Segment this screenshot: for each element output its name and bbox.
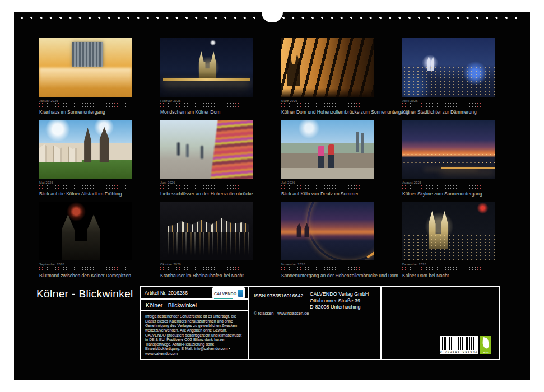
month-photo (402, 38, 495, 97)
month-cell-april: April 2026 Kölner Stadtlichter zur Dämme… (402, 38, 495, 115)
article-row: Artikel-Nr. 2016286 CALVENDO (141, 287, 248, 300)
month-label: Dezember 2026 (402, 263, 495, 266)
month-photo (281, 202, 374, 260)
month-label: August 2026 (402, 181, 495, 184)
month-caption: Kölner Dom bei Nacht (402, 273, 495, 278)
calendar-page: Januar 2026 Kranhaus im Sonnenuntergang … (14, 12, 530, 380)
month-caption: Mondschein am Kölner Dom (160, 109, 253, 115)
mini-calendar-strip (160, 185, 253, 189)
info-middle-column: ISBN 9783516016642 © rclassen - www.rcla… (249, 287, 382, 359)
month-photo (281, 120, 374, 179)
month-label: März 2026 (281, 99, 374, 102)
month-photo (402, 120, 495, 179)
month-photo (39, 120, 132, 179)
month-photo (402, 202, 495, 260)
month-caption: Kölner Stadtlichter zur Dämmerung (402, 109, 495, 115)
ean-barcode: 9 783516 016642 (440, 336, 478, 354)
mini-calendar-strip (281, 103, 374, 107)
isbn: ISBN 9783516016642 (254, 293, 304, 298)
calendar-back-cover: Januar 2026 Kranhaus im Sonnenuntergang … (0, 0, 544, 392)
month-label: Februar 2026 (160, 99, 253, 102)
page-title: Kölner - Blickwinkel (36, 288, 133, 300)
publisher-name: CALVENDO Verlag GmbH (310, 291, 369, 298)
month-caption: Sonnenuntergang an der Hohenzollernbrück… (281, 273, 374, 278)
month-caption: Kölner Skyline zum Sonnenuntergang (402, 191, 495, 197)
legal-text: Infolge bestehender Schutzrechte ist es … (141, 311, 248, 359)
month-cell-september: September 2026 Blutmond zwischen den Köl… (39, 202, 132, 278)
month-caption: Kranhäuser im Rheinauhafen bei Nacht (160, 273, 253, 278)
calvendo-logo: CALVENDO (212, 287, 245, 298)
calvendo-book-icon (238, 290, 243, 297)
month-caption: Blick auf Köln von Deutz im Sommer (281, 191, 374, 197)
calvendo-logo-text: CALVENDO (214, 287, 236, 299)
month-cell-januar: Januar 2026 Kranhaus im Sonnenuntergang (39, 38, 132, 115)
month-photo (160, 202, 253, 260)
month-label: Januar 2026 (39, 99, 132, 102)
month-label: Mai 2026 (39, 181, 132, 184)
eco-badge-label: eco (480, 351, 491, 354)
month-label: November 2026 (281, 263, 374, 266)
month-cell-august: August 2026 Kölner Skyline zum Sonnenunt… (402, 120, 495, 197)
mini-calendar-strip (39, 103, 132, 107)
mini-calendar-strip (160, 103, 253, 107)
product-title-row: Kölner - Blickwinkel (141, 300, 248, 311)
eco-badge: eco (480, 336, 491, 354)
month-photo (160, 120, 253, 179)
month-label: Oktober 2026 (160, 263, 253, 266)
month-cell-maerz: März 2026 Kölner Dom und Hohenzollernbrü… (281, 38, 374, 115)
month-label: September 2026 (39, 263, 132, 266)
mini-calendar-strip (39, 185, 132, 189)
month-caption: Blick auf die Kölner Altstadt im Frühlin… (39, 191, 132, 197)
mini-calendar-strip (402, 267, 495, 270)
mini-calendar-strip (160, 267, 253, 270)
month-cell-juni: Juni 2026 Liebesschlösser an der Hohenzo… (160, 120, 253, 197)
calvendo-tagline-bar (214, 298, 233, 299)
barcode-digits: 9 783516 016642 (440, 350, 478, 354)
publisher-address: CALVENDO Verlag GmbH Ottobrunner Straße … (310, 291, 369, 311)
month-label: April 2026 (402, 99, 495, 102)
hanger-notch (262, 12, 283, 22)
info-table: Artikel-Nr. 2016286 CALVENDO Kölner - Bl… (140, 286, 500, 360)
publisher-city: D-82008 Unterhaching (310, 304, 369, 311)
month-caption: Liebesschlösser an der Hohenzollernbrück… (160, 191, 253, 197)
mini-calendar-strip (281, 267, 374, 270)
product-title: Kölner - Blickwinkel (146, 302, 197, 309)
month-cell-dezember: Dezember 2026 Kölner Dom bei Nacht (402, 202, 495, 278)
month-cell-oktober: Oktober 2026 Kranhäuser im Rheinauhafen … (160, 202, 253, 278)
month-caption: Kölner Dom und Hohenzollernbrücke zum So… (281, 109, 374, 115)
month-cell-juli: Juli 2026 Blick auf Köln von Deutz im So… (281, 120, 374, 197)
month-cell-mai: Mai 2026 Blick auf die Kölner Altstadt i… (39, 120, 132, 197)
copyright-line: © rclassen - www.rclassen.de (254, 311, 309, 316)
month-caption: Kranhaus im Sonnenuntergang (39, 109, 132, 115)
month-cell-november: November 2026 Sonnenuntergang an der Hoh… (281, 202, 374, 278)
barcode-bars (442, 337, 476, 350)
month-photo (160, 38, 253, 97)
month-grid: Januar 2026 Kranhaus im Sonnenuntergang … (39, 38, 495, 278)
month-label: Juli 2026 (281, 181, 374, 184)
calvendo-wordmark: CALVENDO (214, 292, 236, 296)
mini-calendar-strip (39, 267, 132, 270)
mini-calendar-strip (402, 185, 495, 189)
month-photo (39, 202, 132, 260)
month-photo (281, 38, 374, 97)
leaf-icon (481, 337, 490, 349)
month-cell-februar: Februar 2026 Mondschein am Kölner Dom (160, 38, 253, 115)
mini-calendar-strip (402, 103, 495, 107)
mini-calendar-strip (281, 185, 374, 189)
publisher-street: Ottobrunner Straße 39 (310, 298, 369, 305)
info-right-column: 9 783516 016642 eco (382, 287, 499, 359)
article-number: Artikel-Nr. 2016286 (145, 290, 188, 296)
month-photo (39, 38, 132, 97)
month-caption: Blutmond zwischen den Kölner Domspitzen (39, 273, 132, 278)
month-label: Juni 2026 (160, 181, 253, 184)
info-left-column: Artikel-Nr. 2016286 CALVENDO Kölner - Bl… (141, 287, 249, 359)
